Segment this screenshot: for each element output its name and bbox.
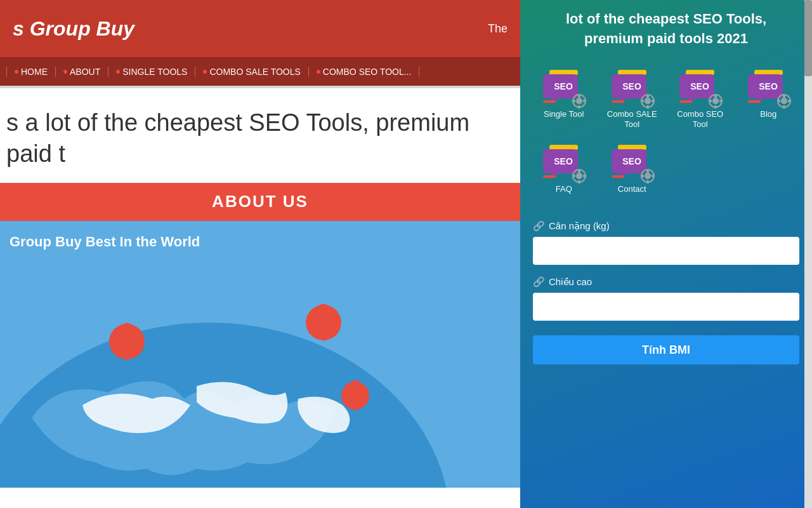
svg-rect-8 [549, 70, 578, 75]
overlay-panel: lot of the cheapest SEO Tools, premium p… [520, 0, 812, 508]
svg-rect-36 [709, 100, 712, 102]
svg-rect-41 [748, 100, 761, 103]
scrollbar-thumb[interactable] [804, 0, 812, 76]
icon-contact[interactable]: SEO Contact [601, 143, 664, 195]
svg-point-23 [645, 98, 651, 104]
map-section: Group Buy Best In the World [0, 221, 520, 488]
svg-rect-25 [646, 105, 649, 109]
icon-single-tool[interactable]: SEO Single Tool [533, 68, 595, 131]
svg-text:SEO: SEO [554, 81, 573, 91]
about-label: ABOUT US [212, 192, 308, 211]
scrollbar[interactable] [804, 0, 812, 508]
spacer1 [669, 143, 731, 195]
svg-rect-61 [612, 175, 624, 178]
svg-point-53 [576, 173, 582, 179]
nav-dot [15, 70, 18, 74]
svg-point-43 [781, 98, 787, 104]
svg-rect-27 [652, 100, 655, 102]
combo-seo-tool-icon: SEO [676, 68, 724, 109]
nav-bar: HOME ABOUT SINGLE TOOLS COMBO SALE TOOLS… [0, 57, 520, 86]
nav-dot [317, 70, 320, 74]
single-tool-icon: SEO [540, 68, 587, 109]
nav-about[interactable]: ABOUT [56, 67, 108, 77]
hero-text: s a lot of the cheapest SEO Tools, premi… [6, 109, 469, 167]
svg-rect-48 [549, 145, 578, 150]
header-right: The [488, 22, 508, 36]
svg-rect-45 [783, 105, 785, 109]
svg-rect-15 [578, 105, 580, 109]
contact-icon: SEO [608, 143, 656, 184]
icon-blog[interactable]: SEO Blog [738, 68, 800, 131]
svg-rect-64 [646, 170, 649, 173]
spacer2 [738, 143, 800, 195]
combo-sale-tool-label: Combo SALE Tool [601, 109, 664, 131]
nav-combo-seo-tools[interactable]: COMBO SEO TOOL... [309, 67, 420, 77]
svg-rect-57 [583, 175, 586, 177]
site-title: s Group Buy [13, 17, 134, 41]
weight-label: 🔗 Cân nặng (kg) [533, 220, 799, 232]
svg-rect-24 [646, 95, 649, 98]
bmi-section: 🔗 Cân nặng (kg) 🔗 Chiều cao Tính BMI [520, 211, 812, 374]
svg-point-33 [712, 98, 719, 104]
svg-rect-56 [572, 175, 575, 177]
svg-rect-37 [719, 100, 723, 102]
svg-rect-18 [618, 70, 646, 75]
svg-rect-46 [777, 100, 780, 102]
svg-rect-51 [543, 175, 556, 178]
icon-grid-row1: SEO Single Tool SEO [520, 62, 812, 144]
svg-rect-35 [714, 105, 717, 109]
svg-rect-54 [578, 170, 580, 173]
svg-rect-44 [783, 95, 785, 98]
svg-rect-34 [714, 95, 717, 98]
hero-section: s a lot of the cheapest SEO Tools, premi… [0, 88, 520, 183]
main-page: s Group Buy The HOME ABOUT SINGLE TOOLS … [0, 0, 520, 508]
bmi-calculate-button[interactable]: Tính BMI [533, 335, 799, 364]
svg-point-13 [576, 98, 582, 104]
nav-home[interactable]: HOME [6, 67, 56, 77]
svg-rect-55 [578, 180, 580, 184]
single-tool-label: Single Tool [544, 109, 584, 120]
svg-rect-65 [646, 180, 649, 184]
svg-rect-58 [618, 145, 646, 150]
nav-dot [63, 70, 67, 74]
svg-rect-14 [578, 95, 580, 98]
nav-dot [203, 70, 207, 74]
nav-single-tools[interactable]: SINGLE TOOLS [108, 67, 195, 77]
svg-rect-28 [686, 70, 714, 75]
combo-sale-tool-icon: SEO [608, 68, 656, 109]
blog-icon: SEO [745, 68, 792, 109]
svg-rect-38 [754, 70, 783, 75]
height-label: 🔗 Chiều cao [533, 276, 799, 288]
header-bar: s Group Buy The [0, 0, 520, 57]
faq-icon: SEO [540, 143, 587, 184]
svg-text:SEO: SEO [622, 81, 641, 91]
svg-rect-47 [788, 100, 791, 102]
globe-illustration [0, 240, 508, 488]
icon-combo-sale-tool[interactable]: SEO Combo SALE Tool [601, 68, 664, 131]
weight-link-icon: 🔗 [533, 220, 545, 232]
faq-label: FAQ [556, 184, 572, 195]
weight-input[interactable] [533, 237, 799, 265]
combo-seo-tool-label: Combo SEO Tool [669, 109, 731, 131]
svg-text:SEO: SEO [622, 156, 641, 166]
svg-text:SEO: SEO [759, 81, 778, 91]
nav-combo-sale-tools[interactable]: COMBO SALE TOOLS [195, 67, 308, 77]
svg-text:SEO: SEO [554, 156, 573, 166]
height-input[interactable] [533, 293, 799, 321]
svg-rect-67 [652, 175, 655, 177]
svg-rect-31 [679, 100, 692, 103]
overlay-heading: lot of the cheapest SEO Tools, premium p… [520, 0, 812, 62]
height-link-icon: 🔗 [533, 276, 545, 288]
about-bar: ABOUT US [0, 183, 520, 221]
svg-rect-66 [641, 175, 644, 177]
svg-rect-17 [583, 100, 586, 102]
icon-faq[interactable]: SEO FAQ [533, 143, 595, 195]
svg-point-63 [645, 173, 651, 179]
svg-rect-11 [543, 100, 556, 103]
blog-label: Blog [760, 109, 776, 120]
icon-combo-seo-tool[interactable]: SEO Combo SEO Tool [669, 68, 731, 131]
svg-rect-26 [641, 100, 644, 102]
nav-dot [116, 70, 120, 74]
contact-label: Contact [618, 184, 646, 195]
svg-rect-21 [612, 100, 624, 103]
